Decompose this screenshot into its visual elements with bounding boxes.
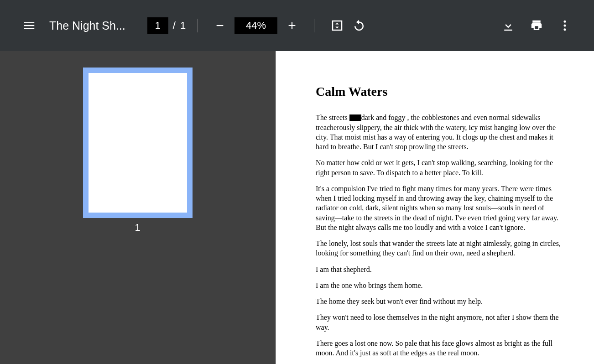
redaction-mark xyxy=(349,114,361,121)
body-paragraph: It's a compulsion I've tried to fight ma… xyxy=(316,184,562,232)
divider xyxy=(314,19,314,32)
page-nav: / 1 xyxy=(147,17,186,34)
menu-icon[interactable] xyxy=(18,15,40,36)
svg-point-3 xyxy=(564,28,566,31)
zoom-out-button[interactable]: − xyxy=(210,15,230,36)
page-heading: Calm Waters xyxy=(316,83,562,100)
rotate-icon[interactable] xyxy=(348,15,370,36)
content-area: 1 Calm Waters The streets dark and foggy… xyxy=(0,51,594,364)
zoom-input[interactable] xyxy=(234,17,277,34)
body-paragraph: I am the one who brings them home. xyxy=(316,281,562,290)
divider xyxy=(198,19,198,32)
page-slash: / xyxy=(173,20,176,31)
body-paragraph: They won't need to lose themselves in th… xyxy=(316,312,562,332)
zoom-controls: − + xyxy=(210,15,302,36)
body-paragraph: The home they seek but won't ever find w… xyxy=(316,296,562,306)
toolbar: The Night Sh... / 1 − + xyxy=(0,0,594,51)
body-paragraph: The lonely, lost souls that wander the s… xyxy=(316,239,562,258)
svg-point-2 xyxy=(564,25,566,27)
svg-rect-0 xyxy=(333,21,342,30)
body-paragraph: There goes a lost one now. So pale that … xyxy=(316,338,562,358)
body-paragraph: The streets dark and foggy , the cobbles… xyxy=(316,113,562,151)
document-title: The Night Sh... xyxy=(49,19,125,32)
current-page-input[interactable] xyxy=(147,17,168,34)
svg-point-1 xyxy=(564,21,566,23)
thumbnail-page-number: 1 xyxy=(135,222,140,234)
body-paragraph: I am that shepherd. xyxy=(316,265,562,274)
download-icon[interactable] xyxy=(497,15,519,36)
right-toolbar xyxy=(497,15,576,36)
more-icon[interactable] xyxy=(554,15,576,36)
thumbnail-sidebar[interactable]: 1 xyxy=(0,51,276,364)
zoom-in-button[interactable]: + xyxy=(282,15,302,36)
page-view[interactable]: Calm Waters The streets dark and foggy ,… xyxy=(276,51,594,364)
page-thumbnail[interactable] xyxy=(83,68,193,218)
document-page: Calm Waters The streets dark and foggy ,… xyxy=(276,51,594,364)
fit-page-icon[interactable] xyxy=(326,15,348,36)
body-paragraph: No matter how cold or wet it gets, I can… xyxy=(316,158,562,177)
print-icon[interactable] xyxy=(526,15,547,36)
total-pages: 1 xyxy=(180,20,186,31)
